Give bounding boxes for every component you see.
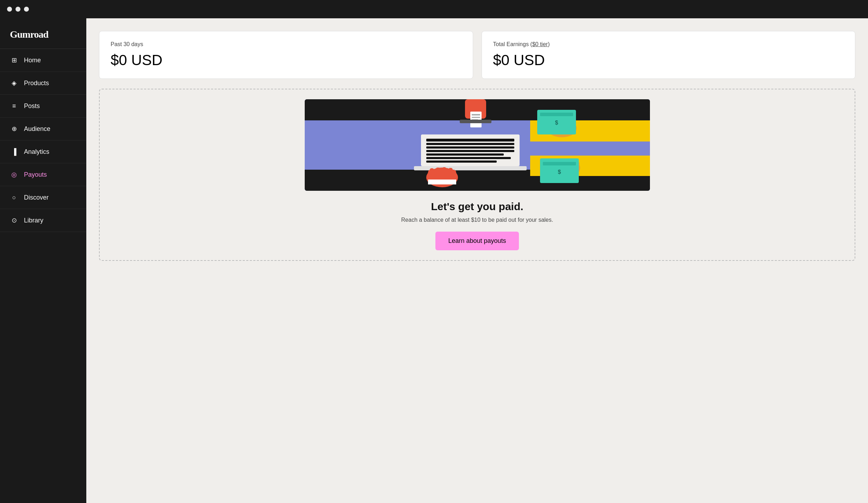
- payout-title: Let's get you paid.: [431, 201, 523, 213]
- sidebar-item-products[interactable]: ◈Products: [0, 72, 86, 95]
- sidebar-item-library[interactable]: ⊙Library: [0, 209, 86, 232]
- app-wrapper: Gumroad ⊞Home◈Products≡Posts⊕Audience▐An…: [0, 18, 868, 503]
- home-icon: ⊞: [10, 56, 18, 64]
- stat-tier-link[interactable]: $0 tier: [532, 41, 548, 47]
- svg-rect-6: [426, 139, 514, 142]
- discover-icon: ○: [10, 193, 18, 202]
- logo: Gumroad: [10, 29, 76, 40]
- sidebar-item-label-products: Products: [24, 80, 49, 87]
- svg-rect-9: [426, 150, 514, 152]
- svg-rect-8: [426, 146, 514, 149]
- payout-subtitle: Reach a balance of at least $10 to be pa…: [401, 217, 553, 223]
- analytics-icon: ▐: [10, 147, 18, 156]
- sidebar-item-label-posts: Posts: [24, 102, 40, 110]
- sidebar-item-label-discover: Discover: [24, 194, 49, 201]
- sidebar-nav: ⊞Home◈Products≡Posts⊕Audience▐Analytics◎…: [0, 49, 86, 503]
- svg-rect-19: [448, 168, 453, 175]
- svg-rect-32: [543, 162, 576, 165]
- sidebar-item-posts[interactable]: ≡Posts: [0, 95, 86, 118]
- sidebar-logo: Gumroad: [0, 18, 86, 49]
- payout-illustration: $ $: [305, 99, 650, 191]
- sidebar: Gumroad ⊞Home◈Products≡Posts⊕Audience▐An…: [0, 18, 86, 503]
- sidebar-item-label-analytics: Analytics: [24, 148, 49, 156]
- svg-text:$: $: [555, 120, 558, 126]
- payouts-icon: ◎: [10, 170, 18, 179]
- stat-value-past30: $0 USD: [111, 52, 461, 69]
- stats-row: Past 30 days $0 USD Total Earnings ($0 t…: [99, 31, 855, 79]
- svg-rect-10: [426, 153, 504, 156]
- svg-text:$: $: [558, 169, 561, 175]
- svg-rect-11: [426, 157, 511, 159]
- svg-rect-17: [436, 168, 440, 175]
- traffic-light-3[interactable]: [24, 7, 29, 12]
- traffic-light-1[interactable]: [7, 7, 12, 12]
- stat-value-total: $0 USD: [493, 52, 844, 69]
- svg-rect-27: [540, 113, 573, 116]
- sidebar-item-audience[interactable]: ⊕Audience: [0, 118, 86, 140]
- svg-rect-39: [460, 120, 491, 123]
- svg-rect-16: [430, 168, 434, 175]
- stat-label-total-suffix: ): [548, 41, 550, 47]
- svg-rect-20: [428, 180, 456, 184]
- sidebar-item-label-audience: Audience: [24, 125, 50, 133]
- library-icon: ⊙: [10, 216, 18, 225]
- svg-rect-36: [472, 114, 480, 115]
- stat-label-total-prefix: Total Earnings (: [493, 41, 532, 47]
- main-content: Past 30 days $0 USD Total Earnings ($0 t…: [86, 18, 868, 503]
- sidebar-item-payouts[interactable]: ◎Payouts: [0, 163, 86, 186]
- svg-rect-7: [426, 143, 514, 145]
- stat-label-past30: Past 30 days: [111, 41, 461, 48]
- stat-card-past30: Past 30 days $0 USD: [99, 31, 473, 79]
- learn-payouts-button[interactable]: Learn about payouts: [435, 232, 519, 250]
- sidebar-item-home[interactable]: ⊞Home: [0, 49, 86, 72]
- sidebar-item-label-library: Library: [24, 217, 43, 224]
- sidebar-item-analytics[interactable]: ▐Analytics: [0, 140, 86, 163]
- sidebar-item-label-home: Home: [24, 57, 41, 64]
- title-bar: [0, 0, 868, 18]
- sidebar-item-label-payouts: Payouts: [24, 171, 47, 178]
- svg-rect-37: [472, 117, 480, 118]
- traffic-light-2[interactable]: [16, 7, 20, 12]
- sidebar-item-discover[interactable]: ○Discover: [0, 186, 86, 209]
- payouts-card: $ $: [99, 89, 855, 261]
- svg-rect-12: [426, 161, 497, 163]
- products-icon: ◈: [10, 79, 18, 87]
- posts-icon: ≡: [10, 102, 18, 110]
- stat-label-total: Total Earnings ($0 tier): [493, 41, 844, 48]
- audience-icon: ⊕: [10, 125, 18, 133]
- stat-card-total: Total Earnings ($0 tier) $0 USD: [482, 31, 856, 79]
- svg-rect-18: [442, 167, 446, 175]
